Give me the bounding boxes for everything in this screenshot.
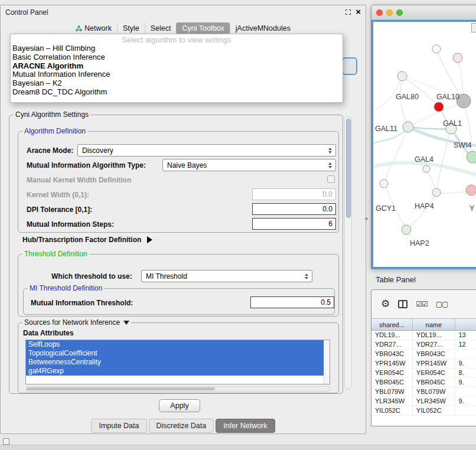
algorithm-dropdown-popup: Select algorithm to view settings Bayesi… — [10, 34, 343, 103]
which-threshold-label: Which threshold to use: — [51, 272, 132, 281]
table-cell: YDL19... — [371, 331, 413, 340]
network-view-window: GAL80GAL10GAL11GAL1SWI4GAL4GCY1HAP4HAP2Y — [371, 5, 476, 269]
table-cell: YER054C — [413, 369, 455, 377]
dpi-tolerance-label: DPI Tolerance [0,1]: — [27, 206, 92, 214]
data-attributes-label: Data Attributes — [23, 329, 74, 337]
tab-cyni-toolbox[interactable]: Cyni Toolbox — [176, 22, 229, 34]
mi-threshold-field[interactable]: 0.5 — [250, 296, 334, 308]
minimize-traffic-light[interactable] — [386, 9, 393, 16]
list-vertical-scrollbar[interactable] — [324, 340, 330, 384]
collapsed-panel-icon[interactable] — [3, 438, 9, 445]
attribute-item[interactable]: TopologicalCoefficient — [26, 349, 324, 358]
network-node[interactable] — [432, 45, 441, 53]
list-horizontal-scrollbar[interactable] — [25, 386, 330, 392]
table-header: shared...name — [371, 318, 476, 331]
clear-selection-icon[interactable]: ▢▢ — [436, 301, 448, 308]
dpi-tolerance-field[interactable]: 0.0 — [252, 203, 336, 215]
gear-icon[interactable]: ⚙ — [381, 299, 390, 309]
threshold-definition-title: Threshold Definition — [22, 250, 89, 258]
kernel-width-field[interactable]: 0.0 — [252, 188, 336, 200]
tab-infer-network[interactable]: Infer Network — [216, 419, 275, 433]
network-canvas[interactable]: GAL80GAL10GAL11GAL1SWI4GAL4GCY1HAP4HAP2Y — [371, 20, 476, 269]
expand-arrow-icon[interactable] — [147, 236, 152, 243]
network-node[interactable] — [467, 151, 476, 163]
bottom-tab-bar: Impute DataDiscretize DataInfer Network — [1, 419, 366, 433]
network-node[interactable] — [403, 122, 413, 132]
table-row[interactable]: YPR145WYPR145W9. — [371, 359, 476, 369]
scrollbar-thumb[interactable] — [346, 119, 351, 218]
network-edge — [384, 127, 408, 184]
mi-algorithm-type-select[interactable]: Naive Bayes — [162, 159, 336, 171]
column-header[interactable]: shared... — [371, 319, 413, 330]
table-cell: YBR043C — [413, 350, 455, 358]
algorithm-definition-title: Algorithm Definition — [22, 127, 87, 135]
table-cell: YIL052C — [413, 406, 455, 415]
table-row[interactable]: YDR27...YDR27...12 — [371, 340, 476, 350]
apply-button[interactable]: Apply — [159, 399, 200, 412]
algorithm-option[interactable]: Bayesian – Hill Climbing — [11, 44, 343, 53]
scrollbar-thumb[interactable] — [27, 387, 215, 390]
mi-steps-field[interactable]: 6 — [252, 218, 336, 230]
algorithm-option[interactable]: Bayesian – K2 — [11, 79, 343, 88]
attribute-item[interactable]: BetweennessCentrality — [26, 358, 324, 367]
close-icon[interactable]: × — [356, 6, 361, 17]
network-edge — [400, 76, 408, 127]
tab-network[interactable]: Network — [70, 22, 117, 34]
table-row[interactable]: YLR345WYLR345W9. — [371, 397, 476, 406]
network-node[interactable] — [434, 102, 444, 112]
tab-select[interactable]: Select — [145, 22, 177, 34]
attribute-item[interactable]: gal4RGexp — [26, 367, 324, 376]
column-header[interactable]: name — [413, 319, 455, 330]
table-row[interactable]: YDL19...YDL19...13 — [371, 331, 476, 340]
close-traffic-light[interactable] — [376, 9, 383, 16]
network-node[interactable] — [397, 71, 407, 81]
table-cell: YPR145W — [413, 359, 455, 368]
column-header[interactable] — [455, 319, 476, 330]
splitter-handle[interactable]: ◂ — [364, 215, 367, 221]
algorithm-option[interactable]: Mutual Information Inference — [11, 70, 343, 79]
manual-kernel-width-checkbox[interactable] — [327, 175, 335, 183]
table-cell: YER054C — [371, 369, 413, 377]
network-canvas-svg: GAL80GAL10GAL11GAL1SWI4GAL4GCY1HAP4HAP2Y — [373, 22, 476, 269]
algorithm-option[interactable]: ARACNE Algorithm — [11, 62, 343, 71]
algorithm-option[interactable]: Basic Correlation Inference — [11, 53, 343, 62]
attribute-item[interactable]: SelfLoops — [26, 340, 324, 349]
collapse-arrow-icon[interactable] — [123, 321, 129, 325]
columns-icon[interactable] — [398, 300, 407, 308]
network-node[interactable] — [466, 185, 476, 195]
table-row[interactable]: YBR043CYBR043C — [371, 350, 476, 359]
network-node[interactable] — [453, 53, 462, 63]
tab-label: jActiveMNodules — [236, 24, 291, 32]
tab-impute-data[interactable]: Impute Data — [91, 419, 146, 433]
zoom-traffic-light[interactable] — [396, 9, 403, 16]
table-row[interactable]: YBL079WYBL079W — [371, 387, 476, 397]
aracne-mode-select[interactable]: Discovery — [77, 144, 336, 156]
table-cell — [455, 387, 476, 396]
table-row[interactable]: YBR045CYBR045C9. — [371, 378, 476, 387]
table-row[interactable]: YIL052CYIL052C — [371, 406, 476, 416]
network-node[interactable] — [432, 188, 441, 197]
network-icon — [76, 25, 82, 31]
tab-style[interactable]: Style — [117, 22, 145, 34]
tab-discretize-data[interactable]: Discretize Data — [149, 419, 214, 433]
data-attributes-listbox[interactable]: SelfLoopsTopologicalCoefficientBetweenne… — [25, 340, 330, 384]
which-threshold-select[interactable]: MI Threshold — [141, 270, 312, 282]
table-cell: YBR045C — [371, 378, 413, 387]
threshold-definition-group: Threshold Definition Which threshold to … — [18, 254, 339, 317]
algorithm-option[interactable]: Dream8 DC_TDC Algorithm — [11, 88, 343, 97]
aracne-mode-label: Aracne Mode: — [27, 146, 73, 155]
tab-jactivemnodules[interactable]: jActiveMNodules — [230, 22, 296, 34]
table-cell: 9. — [455, 359, 476, 368]
hub-definition-section[interactable]: Hub/Transcription Factor Definition — [22, 236, 152, 244]
table-cell: YLR345W — [413, 397, 455, 406]
network-node[interactable] — [380, 180, 388, 188]
network-node[interactable] — [423, 165, 430, 172]
network-window-titlebar[interactable] — [371, 5, 476, 20]
settings-vertical-scrollbar[interactable] — [344, 116, 352, 389]
table-row[interactable]: YER054CYER054C8. — [371, 369, 476, 378]
node-label: SWI4 — [454, 141, 472, 149]
float-panel-icon[interactable] — [345, 9, 351, 15]
select-all-icon[interactable]: ☑☑ — [416, 301, 428, 308]
network-node[interactable] — [402, 225, 411, 234]
kernel-width-label: Kernel Width (0,1): — [27, 191, 89, 199]
